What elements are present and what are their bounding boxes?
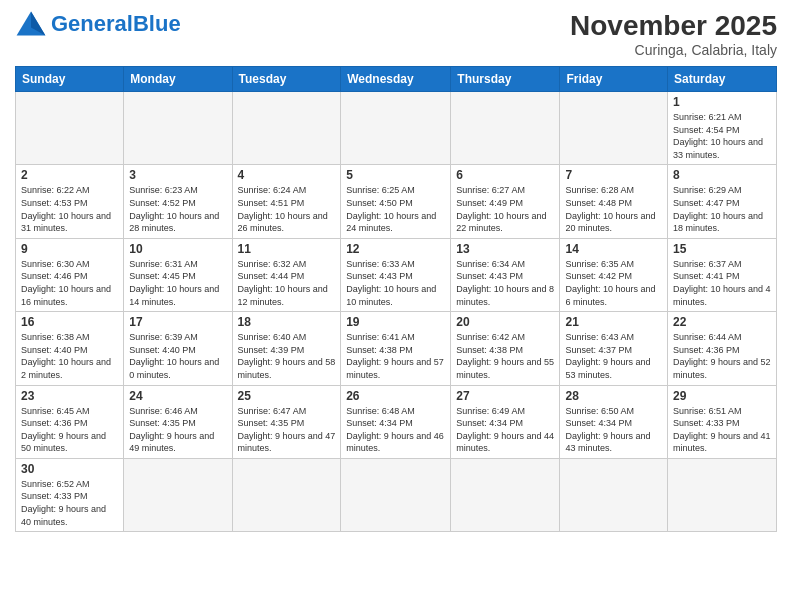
day-cell: 5Sunrise: 6:25 AM Sunset: 4:50 PM Daylig… (341, 165, 451, 238)
day-cell: 28Sunrise: 6:50 AM Sunset: 4:34 PM Dayli… (560, 385, 668, 458)
day-cell: 9Sunrise: 6:30 AM Sunset: 4:46 PM Daylig… (16, 238, 124, 311)
logo-blue: Blue (133, 11, 181, 36)
header: GeneralBlue November 2025 Curinga, Calab… (15, 10, 777, 58)
day-info: Sunrise: 6:51 AM Sunset: 4:33 PM Dayligh… (673, 405, 771, 455)
day-number: 15 (673, 242, 771, 256)
weekday-header-row: SundayMondayTuesdayWednesdayThursdayFrid… (16, 67, 777, 92)
day-number: 22 (673, 315, 771, 329)
month-title: November 2025 (570, 10, 777, 42)
day-info: Sunrise: 6:38 AM Sunset: 4:40 PM Dayligh… (21, 331, 118, 381)
week-row-3: 16Sunrise: 6:38 AM Sunset: 4:40 PM Dayli… (16, 312, 777, 385)
calendar: SundayMondayTuesdayWednesdayThursdayFrid… (15, 66, 777, 532)
day-number: 1 (673, 95, 771, 109)
day-cell (124, 92, 232, 165)
day-cell: 8Sunrise: 6:29 AM Sunset: 4:47 PM Daylig… (668, 165, 777, 238)
day-info: Sunrise: 6:47 AM Sunset: 4:35 PM Dayligh… (238, 405, 336, 455)
day-number: 6 (456, 168, 554, 182)
day-cell: 3Sunrise: 6:23 AM Sunset: 4:52 PM Daylig… (124, 165, 232, 238)
day-cell: 22Sunrise: 6:44 AM Sunset: 4:36 PM Dayli… (668, 312, 777, 385)
day-cell: 13Sunrise: 6:34 AM Sunset: 4:43 PM Dayli… (451, 238, 560, 311)
day-number: 29 (673, 389, 771, 403)
day-cell (668, 458, 777, 531)
location-title: Curinga, Calabria, Italy (570, 42, 777, 58)
logo: GeneralBlue (15, 10, 181, 38)
week-row-2: 9Sunrise: 6:30 AM Sunset: 4:46 PM Daylig… (16, 238, 777, 311)
week-row-1: 2Sunrise: 6:22 AM Sunset: 4:53 PM Daylig… (16, 165, 777, 238)
day-number: 8 (673, 168, 771, 182)
day-info: Sunrise: 6:37 AM Sunset: 4:41 PM Dayligh… (673, 258, 771, 308)
weekday-sunday: Sunday (16, 67, 124, 92)
day-cell: 27Sunrise: 6:49 AM Sunset: 4:34 PM Dayli… (451, 385, 560, 458)
day-number: 20 (456, 315, 554, 329)
day-number: 17 (129, 315, 226, 329)
day-cell: 16Sunrise: 6:38 AM Sunset: 4:40 PM Dayli… (16, 312, 124, 385)
day-cell: 29Sunrise: 6:51 AM Sunset: 4:33 PM Dayli… (668, 385, 777, 458)
day-info: Sunrise: 6:45 AM Sunset: 4:36 PM Dayligh… (21, 405, 118, 455)
week-row-4: 23Sunrise: 6:45 AM Sunset: 4:36 PM Dayli… (16, 385, 777, 458)
day-cell: 18Sunrise: 6:40 AM Sunset: 4:39 PM Dayli… (232, 312, 341, 385)
day-info: Sunrise: 6:46 AM Sunset: 4:35 PM Dayligh… (129, 405, 226, 455)
day-info: Sunrise: 6:23 AM Sunset: 4:52 PM Dayligh… (129, 184, 226, 234)
day-cell: 15Sunrise: 6:37 AM Sunset: 4:41 PM Dayli… (668, 238, 777, 311)
weekday-wednesday: Wednesday (341, 67, 451, 92)
day-info: Sunrise: 6:42 AM Sunset: 4:38 PM Dayligh… (456, 331, 554, 381)
day-info: Sunrise: 6:52 AM Sunset: 4:33 PM Dayligh… (21, 478, 118, 528)
day-cell (232, 458, 341, 531)
day-cell: 2Sunrise: 6:22 AM Sunset: 4:53 PM Daylig… (16, 165, 124, 238)
day-number: 4 (238, 168, 336, 182)
day-info: Sunrise: 6:40 AM Sunset: 4:39 PM Dayligh… (238, 331, 336, 381)
title-block: November 2025 Curinga, Calabria, Italy (570, 10, 777, 58)
day-number: 21 (565, 315, 662, 329)
day-cell: 26Sunrise: 6:48 AM Sunset: 4:34 PM Dayli… (341, 385, 451, 458)
day-cell (451, 458, 560, 531)
day-cell (16, 92, 124, 165)
weekday-saturday: Saturday (668, 67, 777, 92)
day-number: 30 (21, 462, 118, 476)
day-info: Sunrise: 6:43 AM Sunset: 4:37 PM Dayligh… (565, 331, 662, 381)
day-info: Sunrise: 6:31 AM Sunset: 4:45 PM Dayligh… (129, 258, 226, 308)
day-cell: 10Sunrise: 6:31 AM Sunset: 4:45 PM Dayli… (124, 238, 232, 311)
day-number: 11 (238, 242, 336, 256)
day-cell: 14Sunrise: 6:35 AM Sunset: 4:42 PM Dayli… (560, 238, 668, 311)
day-info: Sunrise: 6:50 AM Sunset: 4:34 PM Dayligh… (565, 405, 662, 455)
day-cell: 6Sunrise: 6:27 AM Sunset: 4:49 PM Daylig… (451, 165, 560, 238)
day-cell (232, 92, 341, 165)
day-info: Sunrise: 6:39 AM Sunset: 4:40 PM Dayligh… (129, 331, 226, 381)
day-number: 28 (565, 389, 662, 403)
day-number: 5 (346, 168, 445, 182)
day-info: Sunrise: 6:22 AM Sunset: 4:53 PM Dayligh… (21, 184, 118, 234)
day-cell: 17Sunrise: 6:39 AM Sunset: 4:40 PM Dayli… (124, 312, 232, 385)
weekday-thursday: Thursday (451, 67, 560, 92)
day-number: 10 (129, 242, 226, 256)
day-info: Sunrise: 6:32 AM Sunset: 4:44 PM Dayligh… (238, 258, 336, 308)
day-info: Sunrise: 6:29 AM Sunset: 4:47 PM Dayligh… (673, 184, 771, 234)
day-cell (341, 92, 451, 165)
day-info: Sunrise: 6:25 AM Sunset: 4:50 PM Dayligh… (346, 184, 445, 234)
day-info: Sunrise: 6:44 AM Sunset: 4:36 PM Dayligh… (673, 331, 771, 381)
day-number: 9 (21, 242, 118, 256)
day-cell: 12Sunrise: 6:33 AM Sunset: 4:43 PM Dayli… (341, 238, 451, 311)
day-cell (560, 92, 668, 165)
day-number: 25 (238, 389, 336, 403)
day-info: Sunrise: 6:33 AM Sunset: 4:43 PM Dayligh… (346, 258, 445, 308)
day-info: Sunrise: 6:24 AM Sunset: 4:51 PM Dayligh… (238, 184, 336, 234)
day-info: Sunrise: 6:48 AM Sunset: 4:34 PM Dayligh… (346, 405, 445, 455)
day-info: Sunrise: 6:41 AM Sunset: 4:38 PM Dayligh… (346, 331, 445, 381)
day-cell: 21Sunrise: 6:43 AM Sunset: 4:37 PM Dayli… (560, 312, 668, 385)
day-number: 24 (129, 389, 226, 403)
week-row-5: 30Sunrise: 6:52 AM Sunset: 4:33 PM Dayli… (16, 458, 777, 531)
day-cell (341, 458, 451, 531)
day-cell (560, 458, 668, 531)
day-cell: 19Sunrise: 6:41 AM Sunset: 4:38 PM Dayli… (341, 312, 451, 385)
day-cell (451, 92, 560, 165)
day-number: 12 (346, 242, 445, 256)
day-number: 23 (21, 389, 118, 403)
day-info: Sunrise: 6:21 AM Sunset: 4:54 PM Dayligh… (673, 111, 771, 161)
day-number: 13 (456, 242, 554, 256)
weekday-monday: Monday (124, 67, 232, 92)
day-info: Sunrise: 6:27 AM Sunset: 4:49 PM Dayligh… (456, 184, 554, 234)
week-row-0: 1Sunrise: 6:21 AM Sunset: 4:54 PM Daylig… (16, 92, 777, 165)
day-number: 16 (21, 315, 118, 329)
page: GeneralBlue November 2025 Curinga, Calab… (0, 0, 792, 612)
day-number: 27 (456, 389, 554, 403)
